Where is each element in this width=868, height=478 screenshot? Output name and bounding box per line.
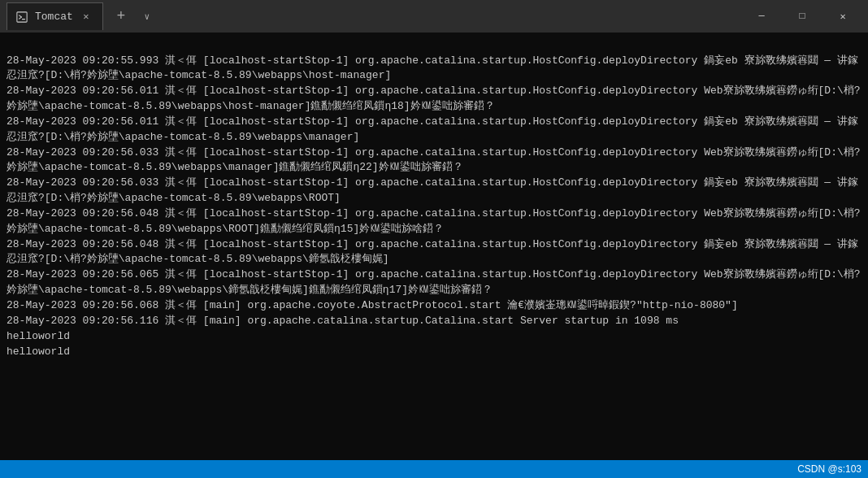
status-bar: CSDN @s:103 <box>0 460 868 478</box>
status-text: CSDN @s:103 <box>797 463 861 475</box>
log-line: 28-May-2023 09:20:56.033 淇＜佴 [localhost-… <box>7 146 861 176</box>
log-line: helloworld <box>7 345 861 360</box>
terminal-tab-icon <box>15 11 28 24</box>
new-tab-button[interactable]: + <box>110 5 132 28</box>
log-line: 28-May-2023 09:20:56.033 淇＜佴 [localhost-… <box>7 176 861 206</box>
title-bar: Tomcat ✕ + ∨ — □ ✕ <box>0 0 868 33</box>
log-line: 28-May-2023 09:20:56.065 淇＜佴 [localhost-… <box>7 267 861 298</box>
log-line: 28-May-2023 09:20:55.993 淇＜佴 [localhost-… <box>7 54 861 85</box>
log-line: 28-May-2023 09:20:56.011 淇＜佴 [localhost-… <box>7 84 861 115</box>
tab-close-button[interactable]: ✕ <box>80 11 93 24</box>
title-bar-left: Tomcat ✕ + ∨ <box>7 2 743 30</box>
log-line: 28-May-2023 09:20:56.068 淇＜佴 [main] org.… <box>7 298 861 314</box>
minimize-button[interactable]: — <box>743 0 780 33</box>
log-line: 28-May-2023 09:20:56.116 淇＜佴 [main] org.… <box>7 314 861 329</box>
log-line: 28-May-2023 09:20:56.048 淇＜佴 [localhost-… <box>7 206 861 237</box>
maximize-button[interactable]: □ <box>783 0 821 33</box>
terminal-tab-title: Tomcat <box>35 11 73 23</box>
title-bar-right: — □ ✕ <box>743 0 861 33</box>
terminal-output: 28-May-2023 09:20:55.993 淇＜佴 [localhost-… <box>0 33 868 460</box>
terminal-tab[interactable]: Tomcat ✕ <box>7 2 103 30</box>
close-button[interactable]: ✕ <box>824 0 861 33</box>
log-line: 28-May-2023 09:20:56.011 淇＜佴 [localhost-… <box>7 115 861 146</box>
log-line: helloworld <box>7 329 861 345</box>
tab-dropdown-button[interactable]: ∨ <box>139 5 155 28</box>
log-line: 28-May-2023 09:20:56.048 淇＜佴 [localhost-… <box>7 237 861 268</box>
